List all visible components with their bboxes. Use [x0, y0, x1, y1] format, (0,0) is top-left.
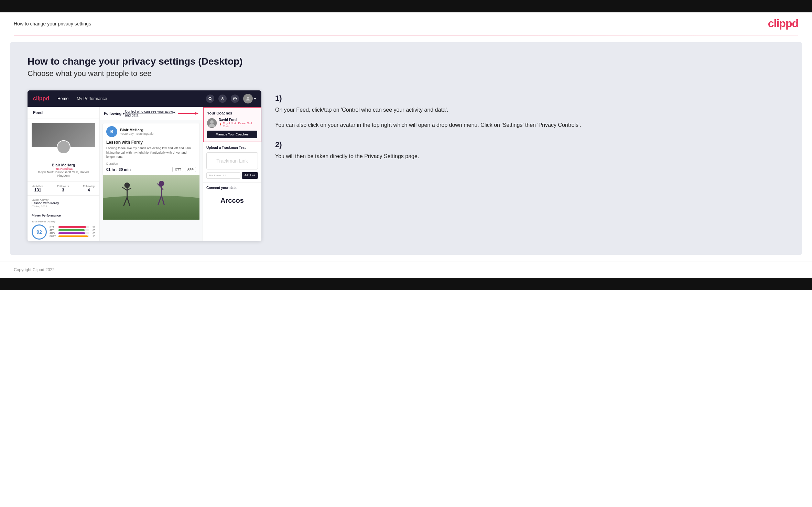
- post-location: Yesterday · Sunningdale: [120, 132, 153, 135]
- followers-label: Followers: [57, 185, 69, 188]
- instruction-2: 2) You will then be taken directly to th…: [275, 140, 784, 161]
- instruction-1-text-b: You can also click on your avatar in the…: [275, 121, 784, 130]
- manage-coaches-button[interactable]: Manage Your Coaches: [207, 131, 257, 138]
- app-logo-icon: clippd: [33, 96, 49, 102]
- svg-line-1: [211, 99, 212, 100]
- instruction-2-number: 2): [275, 140, 784, 149]
- coach-item: David Ford 📍 Royal North Devon Golf Club: [207, 118, 257, 128]
- app-feed: Following ▾ Control who can see your act…: [100, 107, 203, 241]
- trackman-title: Upload a Trackman Test: [206, 146, 258, 150]
- control-privacy-link[interactable]: Control who can see your activity and da…: [125, 110, 178, 117]
- instruction-2-text: You will then be taken directly to the P…: [275, 152, 784, 161]
- player-performance-label: Player Performance: [28, 211, 99, 220]
- svg-point-10: [103, 196, 199, 220]
- nav-my-performance[interactable]: My Performance: [77, 96, 107, 101]
- user-name: Blair McHarg: [32, 163, 95, 167]
- activities-stat: Activities 131: [32, 185, 43, 192]
- latest-activity-label: Latest Activity: [32, 198, 95, 201]
- top-bar: [0, 0, 812, 12]
- plus-circle-icon[interactable]: [231, 95, 239, 103]
- svg-point-11: [124, 183, 130, 188]
- connect-data-title: Connect your data: [206, 186, 258, 190]
- app-navbar: clippd Home My Performance: [28, 90, 261, 107]
- quality-row-putt: PUTT 96: [50, 235, 95, 238]
- app-sidebar: Feed Blair McHarg Plus Handicap Royal No…: [28, 107, 100, 241]
- nav-home[interactable]: Home: [57, 96, 68, 101]
- trackman-link-input[interactable]: Trackman Link: [206, 172, 240, 179]
- following-stat: Following 4: [83, 185, 95, 192]
- dropdown-arrow-icon: ▾: [254, 97, 256, 101]
- add-link-button[interactable]: Add Link: [242, 172, 258, 179]
- site-header: How to change your privacy settings clip…: [0, 12, 812, 35]
- post-badges: OTT APP: [172, 167, 196, 172]
- user-club: Royal North Devon Golf Club, United King…: [32, 170, 95, 177]
- latest-activity-section: Latest Activity Lesson with Fordy 03 Aug…: [28, 196, 99, 211]
- arccos-logo: Arccos: [206, 192, 258, 209]
- content-columns: clippd Home My Performance: [28, 90, 784, 241]
- header-divider: [14, 35, 798, 35]
- svg-marker-8: [195, 112, 198, 115]
- coach-club: 📍 Royal North Devon Golf Club: [219, 122, 257, 128]
- quality-circle: 92: [32, 224, 47, 240]
- coaches-title: Your Coaches: [207, 111, 257, 115]
- quality-row-arg: ARG 86: [50, 232, 95, 234]
- post-title: Lesson with Fordy: [103, 140, 199, 146]
- latest-activity-date: 03 Aug 2022: [32, 205, 95, 208]
- quality-bars: OTT 90 APP 85: [50, 226, 95, 238]
- instruction-1-text: On your Feed, click/tap on 'Control who …: [275, 106, 784, 114]
- app-body: Feed Blair McHarg Plus Handicap Royal No…: [28, 107, 261, 241]
- followers-value: 3: [57, 188, 69, 192]
- trackman-input-row: Trackman Link Add Link: [206, 172, 258, 179]
- ott-badge: OTT: [172, 167, 183, 172]
- copyright-text: Copyright Clippd 2022: [14, 267, 55, 272]
- quality-row-app: APP 85: [50, 229, 95, 231]
- stat-divider-2: [76, 185, 76, 192]
- nav-icons: ▾: [206, 94, 256, 103]
- feed-tab[interactable]: Feed: [28, 107, 99, 119]
- annotation-arrow-icon: [178, 111, 198, 116]
- main-content: How to change your privacy settings (Des…: [10, 42, 802, 255]
- user-stats: Activities 131 Followers 3 Following 4: [28, 182, 99, 196]
- bottom-bar: [0, 278, 812, 290]
- coach-avatar: [207, 118, 217, 128]
- trackman-placeholder: Trackman Link: [206, 152, 258, 169]
- following-button[interactable]: Following ▾: [104, 111, 125, 116]
- post-header: B Blair McHarg Yesterday · Sunningdale: [103, 123, 199, 140]
- activities-value: 131: [32, 188, 43, 192]
- post-image: [103, 175, 199, 220]
- app-mockup: clippd Home My Performance: [28, 90, 261, 241]
- total-quality-label: Total Player Quality: [28, 220, 99, 223]
- svg-point-23: [210, 120, 214, 124]
- post-avatar: B: [106, 126, 117, 137]
- quality-row-ott: OTT 90: [50, 226, 95, 228]
- feed-header: Following ▾ Control who can see your act…: [100, 107, 203, 120]
- activities-label: Activities: [32, 185, 43, 188]
- instruction-1: 1) On your Feed, click/tap on 'Control w…: [275, 94, 784, 129]
- user-avatar-circle: [57, 140, 71, 154]
- page-title: How to change your privacy settings (Des…: [28, 56, 784, 67]
- user-handicap: Plus Handicap: [32, 167, 95, 170]
- trackman-section: Upload a Trackman Test Trackman Link Tra…: [203, 142, 261, 183]
- user-avatar: [243, 94, 253, 103]
- post-duration-value: 01 hr : 30 min: [106, 167, 131, 172]
- post-user-name: Blair McHarg: [120, 128, 153, 132]
- app-badge: APP: [185, 167, 196, 172]
- post-body: Looking to feel like my hands are exitin…: [103, 146, 199, 162]
- avatar-dropdown[interactable]: ▾: [243, 94, 256, 103]
- following-label: Following: [83, 185, 95, 188]
- search-icon[interactable]: [206, 95, 214, 103]
- quality-chart: 92 OTT 90 APP: [28, 223, 99, 241]
- instruction-1-number: 1): [275, 94, 784, 103]
- clippd-logo: clippd: [768, 17, 798, 30]
- breadcrumb: How to change your privacy settings: [14, 21, 91, 26]
- svg-point-0: [209, 97, 211, 100]
- feed-post: B Blair McHarg Yesterday · Sunningdale L…: [102, 123, 200, 220]
- connect-data-section: Connect your data Arccos: [203, 183, 261, 212]
- followers-stat: Followers 3: [57, 185, 69, 192]
- site-footer: Copyright Clippd 2022: [0, 262, 812, 278]
- user-card: Blair McHarg Plus Handicap Royal North D…: [28, 119, 99, 182]
- app-right-sidebar: Your Coaches David Ford: [203, 107, 261, 241]
- page-subtitle: Choose what you want people to see: [28, 69, 784, 78]
- svg-point-2: [222, 97, 223, 99]
- user-icon[interactable]: [218, 95, 227, 103]
